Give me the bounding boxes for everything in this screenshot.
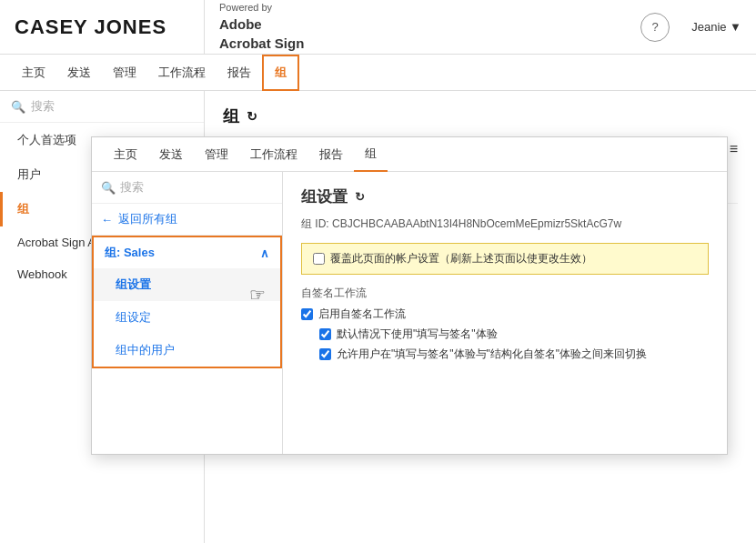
back-arrow-icon: ←	[101, 213, 113, 226]
overlay-nav-report[interactable]: 报告	[308, 137, 354, 172]
webhook-label: Webhook	[17, 267, 67, 281]
checkbox-row-3: 允许用户在"填写与签名"体验与"结构化自签名"体验之间来回切换	[319, 347, 709, 362]
group-item-settings[interactable]: 组设置	[94, 268, 280, 301]
warning-box: 覆盖此页面的帐户设置（刷新上述页面以使更改生效）	[301, 243, 709, 275]
header: CASEY JONES Powered by Adobe Acrobat Sig…	[0, 0, 756, 55]
nav-manage[interactable]: 管理	[102, 55, 147, 91]
search-icon-overlay: 🔍	[101, 181, 116, 195]
sidebar-search-placeholder: 搜索	[31, 98, 55, 115]
group-item-users[interactable]: 组中的用户	[94, 334, 280, 367]
back-to-groups[interactable]: ← 返回所有组	[92, 204, 282, 236]
checkbox-label-2: 默认情况下使用"填写与签名"体验	[337, 327, 498, 342]
chevron-up-icon: ∧	[260, 246, 269, 260]
nav-send[interactable]: 发送	[56, 55, 102, 91]
overlay-window: 主页 发送 管理 工作流程 报告 组 🔍 搜索 ← 返回所有组	[91, 136, 728, 455]
group-header[interactable]: 组: Sales ∧	[94, 237, 280, 268]
refresh-icon[interactable]: ↻	[247, 109, 257, 124]
group-id: 组 ID: CBJCHBCAABAAbtN13I4H8NbOcemMeEpmiz…	[301, 216, 709, 232]
overlay-sidebar-search[interactable]: 🔍 搜索	[92, 172, 282, 204]
overlay-nav: 主页 发送 管理 工作流程 报告 组	[92, 137, 727, 172]
group-item-config[interactable]: 组设定	[94, 301, 280, 334]
group-name-label: 组: Sales	[105, 245, 155, 261]
overlay-nav-manage[interactable]: 管理	[194, 137, 239, 172]
checkbox-label-1: 启用自签名工作流	[318, 307, 406, 322]
group-items: 组设置 组设定 组中的用户	[94, 268, 280, 367]
overlay-content-title: 组设置 ↻	[301, 186, 709, 207]
powered-by: Powered by Adobe Acrobat Sign	[205, 1, 640, 53]
checkbox-label-3: 允许用户在"填写与签名"体验与"结构化自签名"体验之间来回切换	[337, 347, 647, 362]
refresh-icon-overlay[interactable]: ↻	[355, 190, 365, 204]
overlay-sidebar: 🔍 搜索 ← 返回所有组 组: Sales ∧ 组设置 组设定 组中的用户	[92, 172, 283, 454]
overlay-nav-workflow[interactable]: 工作流程	[239, 137, 308, 172]
section-label: 自签名工作流	[301, 286, 709, 301]
top-navigation: 主页 发送 管理 工作流程 报告 组	[0, 55, 756, 91]
nav-home[interactable]: 主页	[11, 55, 56, 91]
personal-label: 个人首选项	[17, 132, 76, 148]
overlay-search-placeholder: 搜索	[120, 179, 144, 196]
logo: CASEY JONES	[0, 0, 205, 54]
back-label: 返回所有组	[118, 211, 177, 227]
search-icon: 🔍	[11, 100, 25, 114]
group-label: 组	[17, 201, 29, 217]
menu-icon[interactable]: ≡	[730, 141, 738, 157]
checkbox-row-2: 默认情况下使用"填写与签名"体验	[319, 327, 709, 342]
nav-workflow[interactable]: 工作流程	[147, 55, 217, 91]
overlay-body: 🔍 搜索 ← 返回所有组 组: Sales ∧ 组设置 组设定 组中的用户	[92, 172, 727, 454]
nav-group[interactable]: 组	[262, 55, 299, 91]
users-label: 用户	[17, 166, 41, 183]
overlay-nav-home[interactable]: 主页	[103, 137, 148, 172]
content-title: 组 ↻	[223, 106, 738, 127]
overlay-nav-send[interactable]: 发送	[148, 137, 194, 172]
checkbox-allow-switch[interactable]	[319, 348, 331, 360]
overlay-content: 组设置 ↻ 组 ID: CBJCHBCAABAAbtN13I4H8NbOcemM…	[283, 172, 727, 454]
nav-report[interactable]: 报告	[217, 55, 262, 91]
group-section: 组: Sales ∧ 组设置 组设定 组中的用户	[92, 236, 282, 368]
user-menu[interactable]: Jeanie ▼	[677, 20, 756, 34]
main-layout: 🔍 搜索 个人首选项 ∨ 用户 组 Acrobat Sign A... Webh…	[0, 91, 756, 543]
checkbox-enable-workflow[interactable]	[301, 308, 313, 320]
checkbox-row-1: 启用自签名工作流	[301, 307, 709, 322]
override-checkbox[interactable]	[313, 253, 325, 265]
warning-text: 覆盖此页面的帐户设置（刷新上述页面以使更改生效）	[330, 251, 592, 266]
overlay-nav-group[interactable]: 组	[354, 137, 388, 172]
sidebar-search[interactable]: 🔍 搜索	[0, 91, 204, 123]
help-button[interactable]: ?	[640, 13, 670, 42]
checkbox-default-experience[interactable]	[319, 328, 331, 340]
